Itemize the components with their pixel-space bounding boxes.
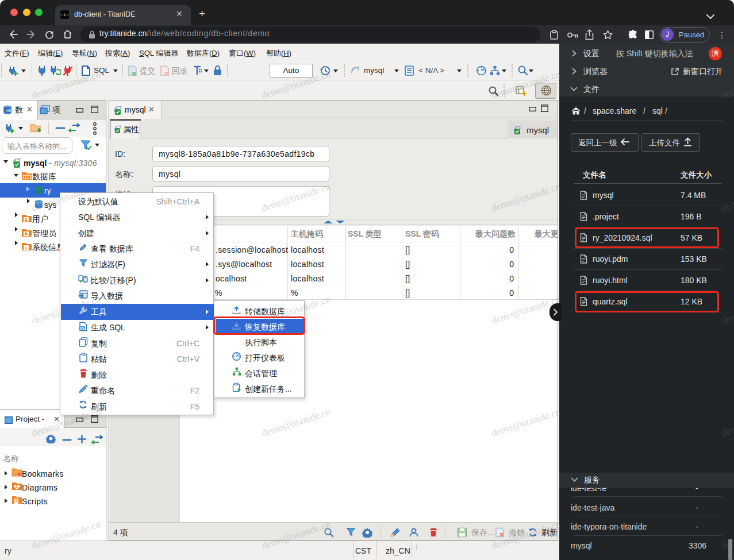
svg-text:SQL: SQL [79,327,86,330]
